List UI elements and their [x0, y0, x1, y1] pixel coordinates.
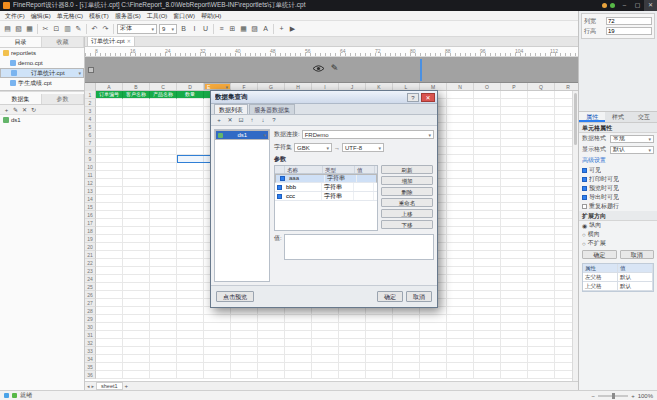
cell[interactable] [123, 219, 150, 227]
cell[interactable] [393, 339, 420, 347]
checkbox-icon[interactable] [582, 195, 587, 200]
font-color-button[interactable]: A [260, 23, 271, 35]
cell[interactable] [258, 355, 285, 363]
menu-item[interactable]: 窗口(W) [170, 11, 198, 21]
cell[interactable] [150, 307, 177, 315]
cell[interactable] [474, 155, 501, 163]
cell[interactable] [150, 211, 177, 219]
cell[interactable] [150, 99, 177, 107]
cell[interactable] [204, 331, 231, 339]
cell[interactable] [123, 235, 150, 243]
row-header-25[interactable]: 25 [85, 283, 96, 291]
column-header-C[interactable]: C [150, 83, 177, 90]
cell[interactable] [123, 267, 150, 275]
cell[interactable] [123, 251, 150, 259]
row-header-19[interactable]: 19 [85, 235, 96, 243]
sheet-prev-icon[interactable]: ◂ [87, 383, 90, 389]
cell[interactable] [501, 147, 528, 155]
row-header-31[interactable]: 31 [85, 331, 96, 339]
cell[interactable] [312, 307, 339, 315]
cell[interactable] [447, 147, 474, 155]
cell[interactable] [528, 211, 555, 219]
apply-button[interactable]: 确定 [582, 250, 617, 259]
cell[interactable] [474, 355, 501, 363]
cell[interactable] [528, 259, 555, 267]
cell[interactable] [231, 331, 258, 339]
cell[interactable] [501, 347, 528, 355]
property-field-select[interactable]: 默认 [610, 146, 654, 154]
param-checkbox[interactable] [277, 185, 282, 190]
cell[interactable] [96, 267, 123, 275]
property-checkbox-row[interactable]: 预览时可见 [579, 184, 657, 193]
menu-item[interactable]: 模板(T) [86, 11, 112, 21]
cell[interactable] [474, 283, 501, 291]
cell[interactable] [150, 115, 177, 123]
cell[interactable] [96, 147, 123, 155]
column-header-P[interactable]: P [501, 83, 528, 90]
charset-to-select[interactable]: UTF-8 [342, 143, 384, 152]
cell[interactable] [177, 115, 204, 123]
cell[interactable] [123, 99, 150, 107]
cell[interactable] [150, 235, 177, 243]
new-file-button[interactable]: ▤ [2, 23, 13, 35]
row-header-6[interactable]: 6 [85, 131, 96, 139]
advanced-settings-link[interactable]: 高级设置 [579, 155, 657, 166]
row-header-3[interactable]: 3 [85, 107, 96, 115]
cell[interactable] [393, 347, 420, 355]
cell[interactable] [177, 235, 204, 243]
add-sheet-button[interactable]: + [125, 383, 129, 389]
column-header-H[interactable]: H [285, 83, 312, 90]
cell[interactable] [501, 283, 528, 291]
cell[interactable] [150, 267, 177, 275]
cell[interactable] [150, 331, 177, 339]
cell[interactable] [231, 363, 258, 371]
row-header-17[interactable]: 17 [85, 219, 96, 227]
cell[interactable] [96, 339, 123, 347]
menu-item[interactable]: 服务器(S) [112, 11, 144, 21]
cell[interactable] [123, 211, 150, 219]
copy-button[interactable]: ⊡ [51, 23, 62, 35]
param-row[interactable]: aaa字符串 [275, 174, 377, 183]
cell[interactable] [96, 251, 123, 259]
cell[interactable] [96, 227, 123, 235]
menu-item[interactable]: 单元格(C) [54, 11, 86, 21]
mini-table-cell[interactable]: 默认 [618, 282, 653, 291]
cell[interactable] [501, 107, 528, 115]
mini-table-cell[interactable]: 左父格 [583, 273, 618, 282]
cell[interactable] [528, 203, 555, 211]
insert-row-button[interactable]: + [276, 23, 287, 35]
bold-button[interactable]: B [178, 23, 189, 35]
cell[interactable] [312, 315, 339, 323]
cell[interactable] [339, 363, 366, 371]
cell[interactable] [447, 307, 474, 315]
cell[interactable] [501, 251, 528, 259]
cell[interactable] [501, 355, 528, 363]
cell[interactable] [150, 315, 177, 323]
param-cell[interactable] [354, 183, 374, 191]
cell[interactable] [312, 331, 339, 339]
checkbox-icon[interactable] [582, 168, 587, 173]
cell[interactable] [474, 347, 501, 355]
radio-icon[interactable]: ◉ [582, 222, 587, 229]
cell[interactable] [177, 347, 204, 355]
cell[interactable] [420, 307, 447, 315]
cell[interactable] [231, 323, 258, 331]
param-button[interactable]: 重命名 [381, 198, 433, 207]
row-header-24[interactable]: 24 [85, 275, 96, 283]
cell[interactable] [447, 275, 474, 283]
cell[interactable] [123, 203, 150, 211]
cell[interactable] [285, 371, 312, 379]
report-header-cell[interactable]: 客户名称 [123, 91, 150, 99]
cell[interactable] [474, 187, 501, 195]
cell[interactable] [177, 339, 204, 347]
cell[interactable] [474, 331, 501, 339]
zoom-slider[interactable] [598, 395, 628, 397]
dialog-dataset-item[interactable]: ds1 [215, 130, 269, 140]
cell[interactable] [447, 267, 474, 275]
cell[interactable] [474, 91, 501, 99]
cell[interactable] [150, 259, 177, 267]
cell[interactable] [177, 131, 204, 139]
row-header-22[interactable]: 22 [85, 259, 96, 267]
dialog-tab[interactable]: 服务器数据集 [249, 104, 295, 114]
cell[interactable] [204, 339, 231, 347]
